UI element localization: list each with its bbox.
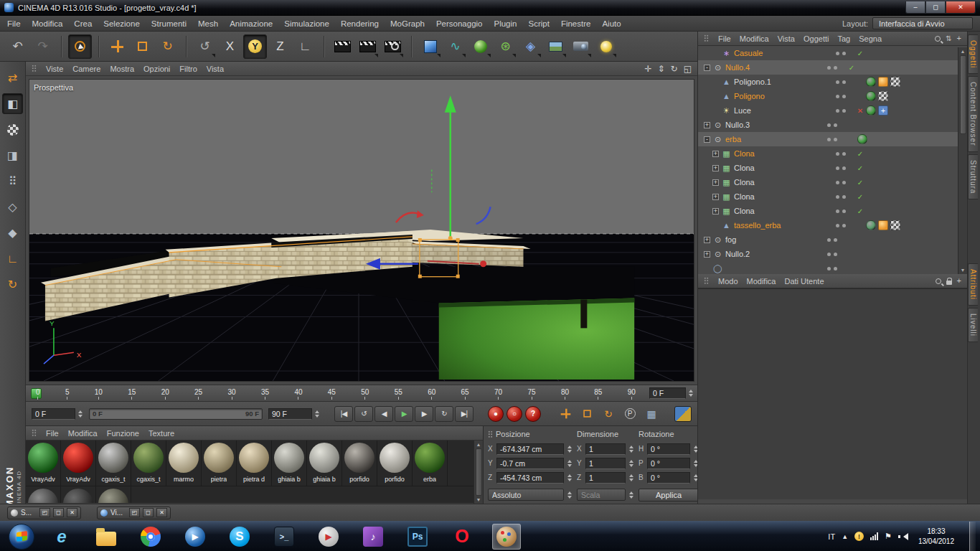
dimension-input[interactable]: 1	[585, 458, 626, 469]
expander-icon[interactable]: +	[712, 208, 719, 215]
object-nullo3[interactable]: + ⊙ Nullo.3	[698, 118, 967, 132]
cgaxis_t[interactable]: cgaxis_t	[96, 441, 131, 486]
marmo[interactable]: marmo	[166, 441, 202, 486]
taskbar-cinema4d[interactable]	[492, 524, 521, 550]
viewport-canvas[interactable]: X Y Prospettiva	[29, 79, 694, 382]
attribute-manager-menu-item[interactable]: Modifica	[747, 277, 776, 286]
minimize-button[interactable]: –	[905, 1, 925, 14]
tool-history-button[interactable]: ↺	[193, 34, 217, 59]
key-parameter-toggle[interactable]: P	[621, 406, 639, 422]
object-fog[interactable]: + ⊙ fog	[698, 232, 967, 247]
enabled-state-icon[interactable]: ✓	[854, 50, 866, 57]
restore-button[interactable]: ◰	[39, 508, 50, 517]
taskbar-internet-explorer[interactable]: e	[47, 524, 76, 550]
texture-mode-button[interactable]	[2, 119, 23, 140]
scrollbar-thumb[interactable]	[476, 448, 482, 496]
redo-button[interactable]: ↷	[31, 34, 55, 59]
side-tab[interactable]: Content Browser	[968, 76, 978, 151]
enabled-state-icon[interactable]: ✓	[854, 207, 866, 215]
timeline-tick[interactable]: 35	[261, 388, 269, 400]
deformer-button[interactable]: ◈	[519, 34, 542, 59]
object-clona[interactable]: + ▦ Clona ✓	[698, 161, 967, 175]
expander-icon[interactable]: -	[704, 136, 710, 143]
timeline-tick[interactable]: 65	[461, 388, 469, 400]
side-tab[interactable]: Livelli	[968, 308, 978, 342]
timeline-tick[interactable]: 70	[494, 388, 502, 400]
render-settings-button[interactable]	[381, 34, 405, 59]
taskbar-photoshop[interactable]: Ps	[403, 524, 432, 550]
stepper[interactable]	[628, 491, 634, 499]
timeline-tick[interactable]: 50	[361, 388, 369, 400]
scale-button[interactable]	[131, 34, 154, 59]
stepper[interactable]	[566, 474, 573, 481]
environment-button[interactable]	[544, 34, 567, 59]
visibility-dots-icon[interactable]	[836, 224, 854, 227]
prev-key-button[interactable]: ↺	[354, 406, 373, 422]
checker-tag-icon[interactable]	[890, 220, 900, 230]
position-input[interactable]: -454.743 cm	[496, 472, 564, 484]
pietra[interactable]: pietra	[202, 441, 237, 486]
prev-frame-button[interactable]: ◀	[374, 406, 393, 422]
expander-icon[interactable]: +	[712, 179, 719, 186]
toggle-view-button[interactable]: ◱	[684, 64, 692, 74]
light-button[interactable]	[594, 34, 618, 59]
visibility-dots-icon[interactable]	[836, 166, 854, 170]
panel-grip-icon[interactable]	[32, 65, 37, 72]
stepper[interactable]	[566, 460, 573, 467]
object-label[interactable]: Luce	[734, 106, 836, 115]
language-indicator[interactable]: IT	[828, 532, 835, 541]
expander-icon[interactable]: +	[712, 194, 719, 200]
rotate-workplane-button[interactable]: ↻	[2, 274, 23, 295]
timeline-tick[interactable]: 15	[128, 388, 136, 400]
texture-tag-icon[interactable]	[866, 91, 876, 101]
object-clona[interactable]: + ▦ Clona ✓	[698, 175, 967, 189]
porfido[interactable]: porfido	[377, 441, 413, 486]
edges-mode-button[interactable]: ◇	[2, 197, 23, 217]
close-button[interactable]: ✕	[156, 508, 167, 517]
render-view-button[interactable]	[331, 34, 354, 59]
camera-label[interactable]: Prospettiva	[34, 83, 73, 92]
close-button[interactable]: ✕	[67, 508, 77, 517]
menu-item[interactable]: Strumenti	[151, 19, 187, 28]
object-label[interactable]: Clona	[734, 207, 836, 215]
timeline-tick[interactable]: 40	[294, 388, 302, 400]
menu-item[interactable]: Selezione	[103, 19, 140, 28]
end-frame-input[interactable]: 90 F	[268, 408, 312, 420]
phong-tag-icon[interactable]	[878, 220, 888, 230]
visibility-dots-icon[interactable]	[836, 181, 854, 184]
stepper[interactable]	[628, 446, 634, 453]
side-tab[interactable]: Struttura	[968, 154, 978, 199]
apply-button[interactable]: Applica	[639, 489, 699, 501]
start-button[interactable]	[9, 524, 34, 550]
key-pla-toggle[interactable]: ▦	[643, 406, 660, 422]
menu-item[interactable]: Plugin	[494, 19, 517, 28]
current-frame-input[interactable]: 0 F	[32, 408, 75, 420]
texture-tag-icon[interactable]	[857, 134, 867, 144]
search-icon[interactable]	[935, 36, 941, 42]
visibility-dots-icon[interactable]	[827, 66, 846, 70]
panel-grip-icon[interactable]	[488, 430, 493, 438]
stepper[interactable]	[687, 390, 694, 397]
enabled-state-icon[interactable]: ✓	[846, 64, 857, 72]
move-button[interactable]	[105, 34, 129, 59]
mograph-button[interactable]: ⊛	[494, 34, 517, 59]
timeline-tick[interactable]: 90	[628, 388, 636, 400]
visibility-dots-icon[interactable]	[836, 109, 854, 113]
enabled-state-icon[interactable]: ✓	[854, 150, 866, 158]
visibility-dots-icon[interactable]	[836, 52, 854, 55]
panel-grip-icon[interactable]	[704, 34, 709, 42]
timeline-tick[interactable]: 60	[428, 388, 435, 400]
rotation-input[interactable]: 0 °	[647, 458, 690, 469]
taskbar-media-player[interactable]: ▶	[181, 524, 209, 550]
maximize-button[interactable]: ◻	[143, 508, 154, 517]
expander-icon[interactable]: +	[704, 122, 710, 128]
timeline-tick[interactable]: 5	[65, 388, 70, 400]
volume-icon[interactable]	[898, 532, 908, 541]
attribute-manager-menu-item[interactable]: Dati Utente	[785, 277, 824, 286]
enabled-state-icon[interactable]: ✓	[854, 164, 866, 172]
stepper[interactable]	[566, 491, 573, 499]
visibility-dots-icon[interactable]	[836, 95, 854, 98]
menu-item[interactable]: Crea	[74, 19, 92, 28]
maximize-button[interactable]: ◻	[925, 1, 946, 14]
expander-icon[interactable]: +	[712, 165, 719, 171]
